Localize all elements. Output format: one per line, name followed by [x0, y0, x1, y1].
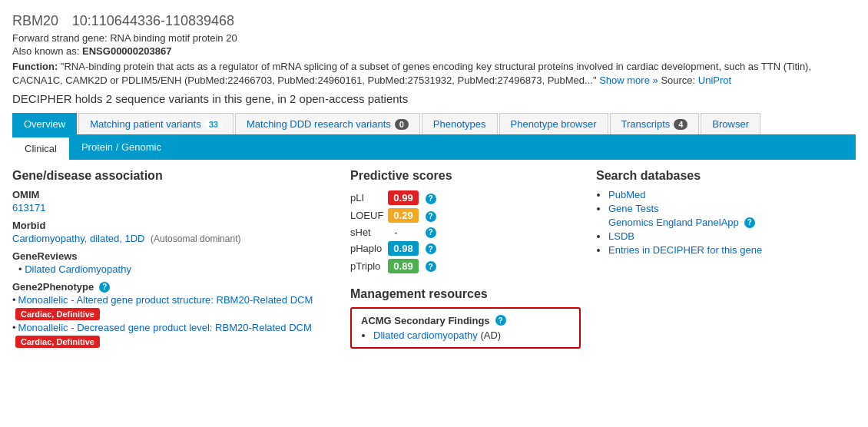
score-label-shet: sHet: [350, 224, 388, 240]
acmg-box: ACMG Secondary Findings ? Dliated cardio…: [350, 307, 581, 349]
sub-tab-protein-genomic[interactable]: Protein / Genomic: [69, 136, 174, 160]
g2p-link-1[interactable]: Monoallelic - Decreased gene product lev…: [18, 322, 312, 333]
tab-phenotype-browser[interactable]: Phenotype browser: [499, 113, 608, 134]
morbid-mode: (Autosomal dominant): [151, 233, 240, 244]
score-row-pli: pLI 0.99 ?: [350, 189, 441, 207]
morbid-label: Morbid: [12, 220, 335, 231]
tab-overview[interactable]: Overview: [12, 113, 77, 134]
score-info-ptriplo: ?: [423, 257, 441, 275]
score-info-phaplo: ?: [423, 240, 441, 257]
score-row-phaplo: pHaplo 0.98 ?: [350, 240, 441, 257]
gene-tests-link[interactable]: Gene Tests: [608, 203, 659, 214]
omim-link[interactable]: 613171: [12, 202, 45, 214]
gene-function: Function: "RNA-binding protein that acts…: [12, 60, 856, 88]
sub-tab-clinical[interactable]: Clinical: [12, 136, 69, 160]
score-info-loeuf: ?: [423, 207, 441, 224]
morbid-link-wrapper: Cardiomyopathy, dilated, 1DD (Autosomal …: [12, 233, 335, 244]
g2p-badge-cardiac-0: Cardiac, Definitive: [15, 308, 100, 320]
gene-location: 10:110644336-110839468: [72, 13, 234, 28]
g2p-entry-0: • Monoallelic - Altered gene product str…: [12, 294, 335, 320]
score-label-loeuf: LOEUF: [350, 207, 388, 224]
acmg-link-0[interactable]: Dliated cardiomyopathy: [373, 329, 478, 341]
g2p-entries: • Monoallelic - Altered gene product str…: [12, 294, 335, 348]
tab-phenotypes[interactable]: Phenotypes: [422, 113, 498, 134]
col-gene-disease: Gene/disease association OMIM 613171 Mor…: [12, 169, 335, 349]
gene2phenotype-info-icon[interactable]: ?: [99, 282, 110, 293]
score-value-ptriplo: 0.89: [388, 257, 422, 275]
predictive-scores-title: Predictive scores: [350, 169, 581, 183]
gene-strand: Forward strand gene: RNA binding motif p…: [12, 32, 856, 44]
ptriplo-info-icon[interactable]: ?: [426, 261, 436, 272]
score-value-shet: -: [388, 224, 422, 240]
lsdb-link[interactable]: LSDB: [608, 230, 634, 242]
scores-table: pLI 0.99 ? LOEUF 0.29 ? sHet - ?: [350, 189, 441, 275]
tab-browser[interactable]: Browser: [701, 113, 760, 134]
acmg-entries: Dliated cardiomyopathy (AD): [361, 329, 570, 341]
decipher-entries-link[interactable]: Entries in DECIPHER for this gene: [608, 244, 762, 256]
gene2phenotype-label: Gene2Phenotype ?: [12, 281, 335, 293]
also-known-value: ENSG00000203867: [82, 45, 171, 57]
function-label: Function:: [12, 61, 58, 72]
search-db-decipher: Entries in DECIPHER for this gene: [608, 244, 856, 256]
acmg-box-title: ACMG Secondary Findings ?: [361, 315, 570, 326]
score-row-ptriplo: pTriplo 0.89 ?: [350, 257, 441, 275]
page-container: RBM20 10:110644336-110839468 Forward str…: [0, 0, 868, 356]
score-row-loeuf: LOEUF 0.29 ?: [350, 207, 441, 224]
loeuf-info-icon[interactable]: ?: [426, 211, 436, 222]
score-value-pli: 0.99: [388, 189, 422, 207]
score-label-phaplo: pHaplo: [350, 240, 388, 257]
col-search-db: Search databases PubMed Gene Tests Genom…: [596, 169, 856, 349]
pli-info-icon[interactable]: ?: [426, 194, 436, 204]
function-source-link[interactable]: UniProt: [698, 74, 731, 86]
morbid-link[interactable]: Cardiomyopathy, dilated, 1DD: [12, 233, 144, 244]
search-db-title: Search databases: [596, 169, 856, 183]
g2p-link-0[interactable]: Monoallelic - Altered gene product struc…: [18, 294, 313, 306]
gene-reviews-label: GeneReviews: [12, 250, 335, 262]
score-label-ptriplo: pTriplo: [350, 257, 388, 275]
gene-name: RBM20: [12, 13, 58, 28]
main-content: Gene/disease association OMIM 613171 Mor…: [12, 169, 856, 349]
search-db-pubmed: PubMed: [608, 189, 856, 200]
decipher-info: DECIPHER holds 2 sequence variants in th…: [12, 92, 856, 105]
gene-reviews-link-wrapper: • Dilated Cardiomyopathy: [12, 263, 335, 275]
acmg-entry-0: Dliated cardiomyopathy (AD): [373, 329, 570, 341]
score-info-shet: ?: [423, 224, 441, 240]
tab-matching-patient[interactable]: Matching patient variants 33: [78, 113, 234, 134]
score-value-phaplo: 0.98: [388, 240, 422, 257]
score-value-loeuf: 0.29: [388, 207, 422, 224]
search-db-lsdb: LSDB: [608, 230, 856, 242]
acmg-suffix-0: (AD): [480, 329, 501, 341]
col-predictive: Predictive scores pLI 0.99 ? LOEUF 0.29 …: [350, 169, 581, 349]
genomics-england-info-icon[interactable]: ?: [744, 217, 755, 228]
search-db-gene-tests: Gene Tests: [608, 203, 856, 214]
transcripts-badge: 4: [674, 119, 687, 130]
shet-info-icon[interactable]: ?: [426, 227, 436, 238]
gene-title: RBM20 10:110644336-110839468: [12, 6, 856, 31]
tabs-bar: Overview Matching patient variants 33 Ma…: [12, 113, 856, 136]
gene-reviews-link[interactable]: Dilated Cardiomyopathy: [25, 263, 131, 275]
function-source-label: Source:: [661, 74, 695, 86]
omim-link-wrapper: 613171: [12, 202, 335, 214]
tab-transcripts[interactable]: Transcripts 4: [610, 113, 700, 134]
gene-header: RBM20 10:110644336-110839468 Forward str…: [12, 6, 856, 105]
phaplo-info-icon[interactable]: ?: [426, 243, 436, 254]
search-db-genomics-england: Genomics England PanelApp ?: [608, 217, 856, 228]
acmg-info-icon[interactable]: ?: [495, 315, 506, 326]
g2p-entry-1: • Monoallelic - Decreased gene product l…: [12, 322, 335, 348]
omim-label: OMIM: [12, 189, 335, 200]
tab-matching-ddd[interactable]: Matching DDD research variants 0: [235, 113, 420, 134]
show-more-link[interactable]: Show more »: [599, 74, 658, 86]
also-known-label: Also known as:: [12, 45, 79, 57]
g2p-bullet-1: •: [12, 322, 16, 333]
matching-ddd-badge: 0: [395, 119, 409, 130]
sub-tabs-bar: Clinical Protein / Genomic: [12, 136, 856, 160]
matching-patient-badge: 33: [205, 119, 222, 130]
management-resources-title: Management resources: [350, 287, 581, 301]
score-label-pli: pLI: [350, 189, 388, 207]
g2p-badge-cardiac-1: Cardiac, Definitive: [15, 336, 100, 348]
score-row-shet: sHet - ?: [350, 224, 441, 240]
pubmed-link[interactable]: PubMed: [608, 189, 645, 200]
search-db-list: PubMed Gene Tests Genomics England Panel…: [596, 189, 856, 256]
genomics-england-link[interactable]: Genomics England PanelApp: [608, 217, 739, 228]
g2p-bullet-0: •: [12, 294, 16, 306]
